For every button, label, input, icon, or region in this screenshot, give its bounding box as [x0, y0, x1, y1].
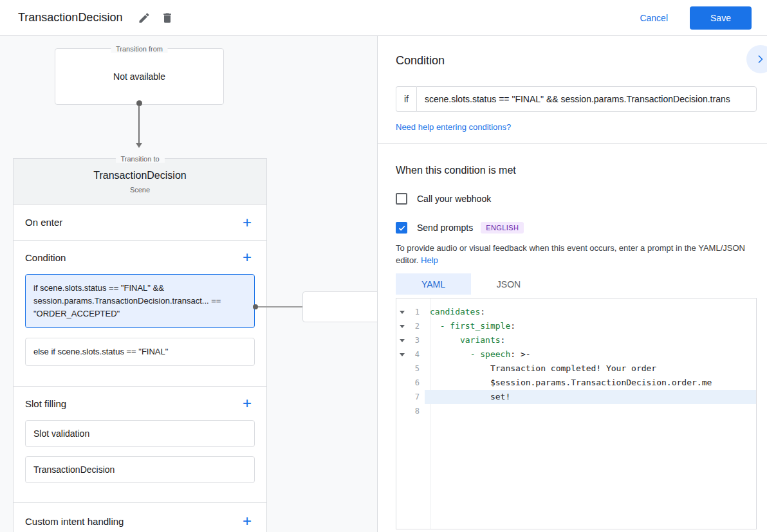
when-met-title: When this condition is met	[396, 165, 757, 176]
arrow-down-icon	[136, 143, 142, 148]
add-slot-button[interactable]: +	[234, 390, 260, 416]
code-text[interactable]	[425, 404, 756, 418]
slot-filling-label: Slot filling	[25, 398, 66, 409]
page-title: TransactionDecision	[18, 11, 122, 24]
fold-toggle[interactable]	[396, 325, 408, 328]
send-prompts-row: Send prompts ENGLISH	[396, 222, 757, 234]
line-number: 8	[408, 407, 425, 416]
line-number: 2	[408, 322, 425, 331]
scene-title: TransactionDecision	[24, 170, 256, 181]
code-text[interactable]: candidates:	[425, 305, 756, 319]
condition-input[interactable]	[416, 86, 757, 112]
code-line[interactable]: 1candidates:	[396, 305, 756, 319]
connector-line	[138, 105, 140, 143]
code-line[interactable]: 2 - first_simple:	[396, 319, 756, 333]
condition-section-label: Condition	[25, 252, 66, 263]
custom-intent-label: Custom intent handling	[25, 516, 124, 527]
code-text[interactable]: $session.params.TransactionDecision.orde…	[425, 376, 756, 390]
add-custom-intent-button[interactable]: +	[234, 508, 260, 532]
editor-tabs: YAML JSON	[396, 273, 757, 295]
condition-expression-row: if	[396, 86, 757, 112]
scene-node: Transition to TransactionDecision Scene …	[13, 158, 267, 532]
scene-header[interactable]: TransactionDecision Scene	[14, 159, 266, 205]
chevron-right-icon	[754, 53, 767, 66]
transition-from-value: Not available	[113, 71, 165, 82]
prompt-description: To provide audio or visual feedback when…	[396, 242, 757, 266]
code-text[interactable]: - first_simple:	[425, 319, 756, 333]
transition-target-node[interactable]	[302, 291, 377, 322]
fold-triangle-icon[interactable]	[400, 339, 405, 342]
line-number: 7	[408, 392, 425, 401]
webhook-row: Call your webhook	[396, 193, 757, 205]
if-label: if	[396, 86, 416, 112]
section-slot-filling: Slot filling + Slot validation Transacti…	[14, 387, 266, 503]
code-text[interactable]: variants:	[425, 333, 756, 347]
code-text[interactable]: Transaction completed! Your order	[425, 362, 756, 376]
line-number: 4	[408, 350, 425, 359]
scene-subtitle: Scene	[24, 186, 256, 194]
transition-to-label: Transition to	[115, 155, 164, 163]
on-enter-label: On enter	[25, 217, 62, 228]
webhook-checkbox[interactable]	[396, 193, 407, 205]
edit-icon[interactable]	[133, 6, 156, 30]
fold-triangle-icon[interactable]	[400, 325, 405, 328]
transition-from-label: Transition from	[111, 45, 168, 53]
fold-triangle-icon[interactable]	[400, 353, 405, 356]
scene-canvas: Transition from Not available Transition…	[0, 36, 377, 532]
line-number: 6	[408, 378, 425, 387]
prompt-description-text: To provide audio or visual feedback when…	[396, 243, 745, 265]
code-line[interactable]: 6 $session.params.TransactionDecision.or…	[396, 376, 756, 390]
condition-connector-dot	[253, 304, 258, 309]
condition-connector-line	[258, 306, 302, 307]
conditions-help-link[interactable]: Need help entering conditions?	[396, 122, 511, 132]
panel-divider	[378, 143, 767, 144]
send-prompts-label: Send prompts	[417, 223, 473, 233]
code-line[interactable]: 5 Transaction completed! Your order	[396, 362, 756, 376]
line-number: 1	[408, 307, 425, 316]
language-badge: ENGLISH	[481, 222, 524, 234]
fold-toggle[interactable]	[396, 311, 408, 314]
add-condition-button[interactable]: +	[234, 244, 260, 270]
code-line[interactable]: 7 set!	[396, 390, 756, 404]
section-custom-intent: Custom intent handling +	[14, 503, 266, 532]
line-number: 3	[408, 336, 425, 345]
cancel-button[interactable]: Cancel	[636, 12, 672, 24]
slot-card-transaction-decision[interactable]: TransactionDecision	[25, 456, 255, 483]
section-on-enter: On enter +	[14, 205, 266, 241]
section-condition: Condition + if scene.slots.status == "FI…	[14, 241, 266, 387]
add-on-enter-button[interactable]: +	[234, 210, 260, 235]
topbar: TransactionDecision Cancel Save	[0, 0, 767, 36]
code-text[interactable]: - speech: >-	[425, 347, 756, 362]
tab-yaml[interactable]: YAML	[396, 273, 471, 295]
fold-toggle[interactable]	[396, 353, 408, 356]
code-line[interactable]: 4 - speech: >-	[396, 347, 756, 362]
fold-triangle-icon[interactable]	[400, 311, 405, 314]
webhook-label: Call your webhook	[417, 194, 491, 204]
transition-from-node: Transition from Not available	[55, 48, 224, 105]
fold-toggle[interactable]	[396, 339, 408, 342]
condition-panel: Condition if Need help entering conditio…	[377, 36, 767, 532]
send-prompts-checkbox[interactable]	[396, 222, 407, 234]
panel-title: Condition	[396, 54, 757, 68]
slot-card-validation[interactable]: Slot validation	[25, 420, 255, 447]
tab-json[interactable]: JSON	[471, 273, 546, 295]
line-number: 5	[408, 364, 425, 373]
help-link[interactable]: Help	[421, 255, 438, 265]
condition-card-selected[interactable]: if scene.slots.status == "FINAL" && sess…	[25, 274, 255, 328]
main-area: Transition from Not available Transition…	[0, 36, 767, 532]
delete-icon[interactable]	[156, 6, 179, 30]
condition-card[interactable]: else if scene.slots.status == "FINAL"	[25, 338, 255, 366]
code-line[interactable]: 3 variants:	[396, 333, 756, 347]
code-line[interactable]: 8	[396, 404, 756, 418]
code-lines: 1candidates:2 - first_simple:3 variants:…	[396, 298, 756, 418]
yaml-editor[interactable]: 1candidates:2 - first_simple:3 variants:…	[396, 298, 757, 529]
code-text[interactable]: set!	[425, 390, 756, 404]
collapse-panel-button[interactable]	[746, 45, 767, 73]
checkmark-icon	[398, 224, 406, 232]
save-button[interactable]: Save	[690, 6, 752, 30]
